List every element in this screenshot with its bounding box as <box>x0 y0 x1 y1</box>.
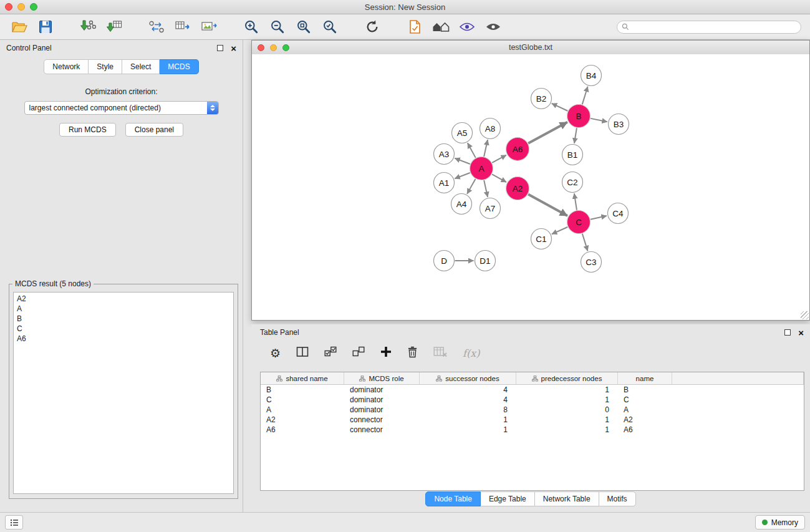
tab-node-table[interactable]: Node Table <box>425 491 481 506</box>
zoom-fit-button[interactable] <box>292 17 315 37</box>
mcds-result-list[interactable]: A2 A B C A6 <box>13 292 234 494</box>
open-folder-icon <box>11 20 27 34</box>
column-label: predecessor nodes <box>541 375 602 382</box>
cell-successor-nodes: 4 <box>420 395 516 404</box>
list-item[interactable]: A2 <box>17 294 230 304</box>
tab-network-table[interactable]: Network Table <box>535 491 599 506</box>
snapshot-button[interactable] <box>403 17 426 37</box>
nw-zoom-traffic-light[interactable] <box>282 44 289 51</box>
list-item[interactable]: A <box>17 304 230 314</box>
table-row[interactable]: A2 connector 1 1 A2 <box>261 415 804 425</box>
export-table-button[interactable] <box>171 17 194 37</box>
table-row[interactable]: B dominator 4 1 B <box>261 385 804 395</box>
graph-edge-C-C3[interactable] <box>582 234 588 251</box>
tab-mcds[interactable]: MCDS <box>160 59 198 74</box>
graph-edge-B-B3[interactable] <box>591 118 607 122</box>
graph-edge-A-A4[interactable] <box>467 179 475 194</box>
column-header[interactable]: MCDS role <box>344 372 420 384</box>
function-builder-button[interactable]: f(x) <box>463 347 480 359</box>
graph-node-label: D <box>441 256 447 266</box>
dropdown-stepper[interactable] <box>207 102 218 114</box>
column-header[interactable]: predecessor nodes <box>516 372 618 384</box>
task-history-button[interactable] <box>5 515 23 530</box>
network-overview-button[interactable] <box>430 17 452 37</box>
tab-motifs[interactable]: Motifs <box>599 491 636 506</box>
open-session-button[interactable] <box>8 17 31 37</box>
list-item[interactable]: C <box>17 324 230 334</box>
search-input[interactable] <box>632 22 796 32</box>
import-table-button[interactable] <box>103 17 125 37</box>
graph-edge-A-A7[interactable] <box>484 180 488 197</box>
table-row[interactable]: A dominator 8 0 A <box>261 405 804 415</box>
graph-edge-C-C4[interactable] <box>591 216 607 220</box>
table-header-row: shared name MCDS role successor nodes pr… <box>261 372 804 385</box>
cell-successor-nodes: 1 <box>420 415 516 424</box>
column-header[interactable]: shared name <box>261 372 344 384</box>
graph-edge-B-B1[interactable] <box>574 128 577 143</box>
run-mcds-button[interactable]: Run MCDS <box>59 123 116 137</box>
criterion-value: largest connected component (directed) <box>25 104 207 112</box>
graph-edge-B-B2[interactable] <box>552 104 568 111</box>
table-row[interactable]: A6 connector 1 1 A6 <box>261 425 804 435</box>
graph-edge-A-A8[interactable] <box>484 140 488 157</box>
tab-select[interactable]: Select <box>122 59 160 74</box>
tab-network[interactable]: Network <box>44 59 89 74</box>
criterion-dropdown[interactable]: largest connected component (directed) <box>24 101 219 115</box>
deselect-all-button[interactable] <box>352 346 365 360</box>
search-field[interactable] <box>617 21 801 34</box>
graph-node-label: A4 <box>456 200 467 209</box>
list-item[interactable]: A6 <box>17 334 230 344</box>
tab-style[interactable]: Style <box>89 59 122 74</box>
graph-edge-A2-C[interactable] <box>528 194 567 216</box>
graph-edge-A-A3[interactable] <box>455 158 470 164</box>
network-window-titlebar: testGlobe.txt <box>252 41 809 55</box>
close-panel-icon[interactable]: × <box>231 44 236 53</box>
add-column-button[interactable] <box>380 346 392 360</box>
resize-grip[interactable] <box>801 311 809 319</box>
float-panel-icon[interactable] <box>217 45 223 51</box>
show-columns-button[interactable] <box>296 346 309 360</box>
table-float-panel-icon[interactable] <box>784 329 791 336</box>
destroy-table-button[interactable] <box>433 346 447 360</box>
graph-edge-A6-B[interactable] <box>528 122 567 143</box>
graph-edge-A-A5[interactable] <box>468 143 476 158</box>
select-all-button[interactable] <box>324 346 337 360</box>
table-row[interactable]: C dominator 4 1 C <box>261 395 804 405</box>
graph-edge-A-A6[interactable] <box>492 155 506 163</box>
graph-edge-C-C1[interactable] <box>552 227 567 234</box>
close-traffic-light[interactable] <box>5 3 12 11</box>
nw-close-traffic-light[interactable] <box>258 44 264 51</box>
table-close-panel-icon[interactable]: × <box>798 328 804 337</box>
table-panel: Table Panel × ⚙ f(x) shared name MCDS ro… <box>251 324 810 511</box>
network-view-window: testGlobe.txt B4B2BB3A5A8A6A3B1AA1C2A2A4… <box>251 40 810 321</box>
zoom-fit-icon <box>296 19 311 34</box>
graph-node-label: A7 <box>485 204 496 213</box>
cell-mcds-role: dominator <box>344 385 420 394</box>
column-header[interactable]: name <box>618 372 672 384</box>
column-header[interactable]: successor nodes <box>420 372 516 384</box>
graph-edge-B-B4[interactable] <box>582 87 588 105</box>
graphics-details-button[interactable] <box>456 17 478 37</box>
graph-edge-A-A1[interactable] <box>455 173 470 178</box>
minimize-traffic-light[interactable] <box>17 3 25 11</box>
list-item[interactable]: B <box>17 314 230 324</box>
zoom-traffic-light[interactable] <box>30 3 37 11</box>
table-settings-button[interactable]: ⚙ <box>270 347 281 359</box>
save-session-button[interactable] <box>34 17 57 37</box>
show-hide-button[interactable] <box>482 17 504 37</box>
tab-edge-table[interactable]: Edge Table <box>481 491 535 506</box>
nw-minimize-traffic-light[interactable] <box>270 44 277 51</box>
zoom-in-button[interactable] <box>240 17 263 37</box>
delete-column-button[interactable] <box>407 346 418 360</box>
zoom-out-button[interactable] <box>266 17 289 37</box>
memory-button[interactable]: Memory <box>755 515 805 530</box>
import-network-button[interactable] <box>77 17 99 37</box>
close-panel-button[interactable]: Close panel <box>125 123 183 137</box>
network-compare-button[interactable] <box>145 17 168 37</box>
export-image-button[interactable] <box>198 17 220 37</box>
network-graph[interactable]: B4B2BB3A5A8A6A3B1AA1C2A2A4A7C4CC1C3DD1 <box>252 54 809 321</box>
graph-edge-C-C2[interactable] <box>574 193 577 210</box>
refresh-view-button[interactable] <box>361 17 383 37</box>
zoom-selected-button[interactable] <box>319 17 341 37</box>
graph-edge-A-A2[interactable] <box>492 174 506 182</box>
